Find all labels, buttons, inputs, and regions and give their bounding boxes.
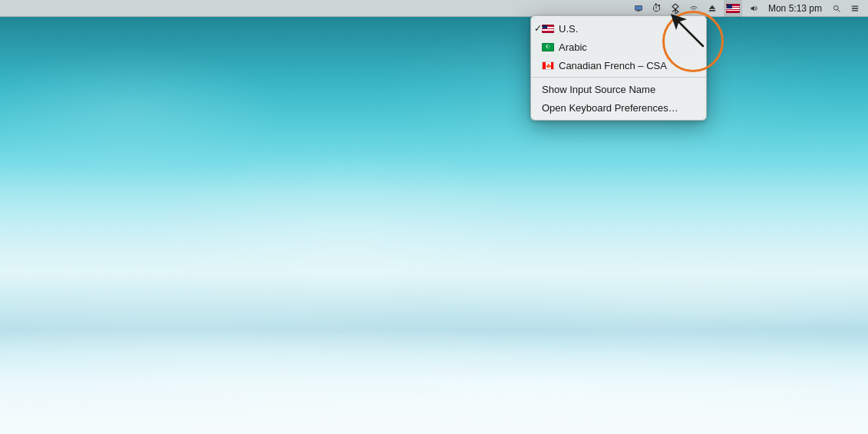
input-source-flag-icon <box>726 3 740 13</box>
spotlight-icon[interactable] <box>830 2 843 15</box>
svg-rect-1 <box>637 10 640 11</box>
flag-arabic-icon: ☪ <box>542 43 554 51</box>
menu-item-arabic[interactable]: ☪ Arabic <box>531 38 706 56</box>
svg-rect-7 <box>852 5 859 6</box>
menu-item-us-label: U.S. <box>559 23 578 35</box>
wifi-icon[interactable] <box>687 2 701 15</box>
time-machine-icon[interactable]: ⏱ <box>650 2 664 15</box>
menubar: ⏱ <box>0 0 868 17</box>
show-input-source-name-label: Show Input Source Name <box>542 84 655 95</box>
input-source-dropdown: U.S. ☪ Arabic 🍁 Canadian French – CSA Sh… <box>530 15 707 121</box>
svg-rect-8 <box>852 8 859 8</box>
menu-divider <box>531 77 706 78</box>
svg-rect-0 <box>635 5 642 10</box>
menu-item-show-input-source-name[interactable]: Show Input Source Name <box>531 80 706 98</box>
notification-center-icon[interactable] <box>848 2 862 15</box>
display-icon[interactable] <box>632 2 645 15</box>
flag-canada-icon: 🍁 <box>542 61 554 70</box>
menubar-right: ⏱ <box>632 0 862 17</box>
menu-item-arabic-label: Arabic <box>559 41 587 53</box>
bluetooth-icon[interactable] <box>668 2 682 15</box>
menu-item-open-keyboard-prefs[interactable]: Open Keyboard Preferences… <box>531 98 706 117</box>
clock-display: Mon 5:13 pm <box>765 0 825 17</box>
open-keyboard-prefs-label: Open Keyboard Preferences… <box>542 102 678 114</box>
input-source-menu-button[interactable] <box>724 0 742 17</box>
svg-line-6 <box>837 9 840 12</box>
desktop-background <box>0 0 868 434</box>
volume-icon[interactable] <box>747 2 761 15</box>
svg-rect-4 <box>709 10 715 12</box>
svg-rect-9 <box>852 10 859 11</box>
eject-icon[interactable] <box>705 2 719 15</box>
flag-us-icon <box>542 25 554 33</box>
menu-item-canadian-french[interactable]: 🍁 Canadian French – CSA <box>531 56 706 75</box>
svg-marker-3 <box>709 5 715 8</box>
menu-item-us[interactable]: U.S. <box>531 19 706 38</box>
menu-item-canadian-french-label: Canadian French – CSA <box>559 60 667 71</box>
